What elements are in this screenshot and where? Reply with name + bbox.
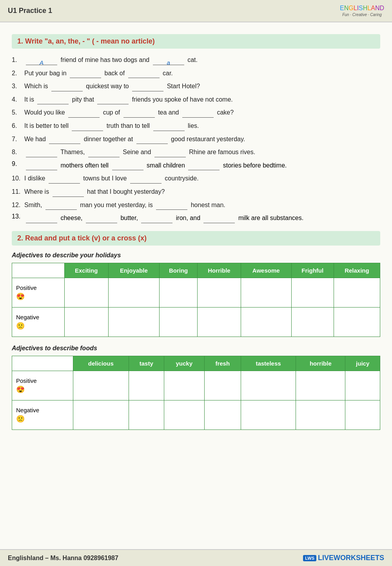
exercise1-item-7: 7. We had dinner together at good restau… bbox=[12, 134, 380, 144]
table1-negative-relaxing[interactable] bbox=[334, 307, 380, 337]
table2-subtitle: Adjectives to describe foods bbox=[12, 345, 380, 352]
table1-positive-label: Positive😍 bbox=[12, 278, 65, 307]
exercise1-item-3: 3. Which is quickest way to Start Hotel? bbox=[12, 81, 380, 91]
header: U1 Practice 1 ENGLISHLAND Fun · Creative… bbox=[0, 0, 392, 22]
table2-foods: delicious tasty yucky fresh tasteless ho… bbox=[12, 356, 380, 430]
table1-row-negative: Negative🙁 bbox=[12, 307, 380, 337]
exercise1-item-8: 8. Thames, Seine and Rhine are famous ri… bbox=[12, 147, 380, 157]
table1-col-frighful: Frighful bbox=[291, 263, 334, 278]
table2-col-yucky: yucky bbox=[164, 356, 204, 371]
table2-negative-juicy[interactable] bbox=[345, 400, 380, 430]
exercise1-item-1: 1. A friend of mine has two dogs and a c… bbox=[12, 55, 380, 65]
exercise1-item-11: 11. Where is hat that I bought yesterday… bbox=[12, 187, 380, 197]
table2-col-empty bbox=[12, 356, 73, 371]
table1-subtitle: Adjectives to describe your holidays bbox=[12, 252, 380, 259]
footer-right: LWS LIVEWORKSHEETS bbox=[303, 554, 384, 562]
table1-positive-frighful[interactable] bbox=[291, 278, 334, 307]
table2-positive-horrible[interactable] bbox=[296, 371, 345, 400]
table2-negative-horrible[interactable] bbox=[296, 400, 345, 430]
page: U1 Practice 1 ENGLISHLAND Fun · Creative… bbox=[0, 0, 392, 566]
main-content: 1. Write "a, an, the, - " ( - mean no ar… bbox=[0, 22, 392, 549]
table1-col-awesome: Awesome bbox=[241, 263, 291, 278]
table1-negative-enjoyable[interactable] bbox=[108, 307, 159, 337]
table1-negative-horrible[interactable] bbox=[198, 307, 241, 337]
table1-col-exciting: Exciting bbox=[64, 263, 108, 278]
table1-negative-awesome[interactable] bbox=[241, 307, 291, 337]
footer-left: Englishland – Ms. Hanna 0928961987 bbox=[8, 555, 118, 562]
exercise1-item-10: 10. I dislike towns but I love countrysi… bbox=[12, 173, 380, 184]
table1-col-enjoyable: Enjoyable bbox=[108, 263, 159, 278]
table2-col-horrible: horrible bbox=[296, 356, 345, 371]
table1-positive-horrible[interactable] bbox=[198, 278, 241, 307]
table2-positive-tasteless[interactable] bbox=[241, 371, 296, 400]
exercise1-item-6: 6. It is better to tell truth than to te… bbox=[12, 121, 380, 131]
lws-text: LIVEWORKSHEETS bbox=[318, 554, 384, 562]
exercise2: 2. Read and put a tick (v) or a cross (x… bbox=[12, 231, 380, 430]
table2-row-negative: Negative🙁 bbox=[12, 400, 380, 430]
lws-badge: LWS bbox=[303, 555, 316, 561]
table2-col-juicy: juicy bbox=[345, 356, 380, 371]
table2-col-delicious: delicious bbox=[73, 356, 129, 371]
table1-positive-enjoyable[interactable] bbox=[108, 278, 159, 307]
table1-negative-label: Negative🙁 bbox=[12, 307, 65, 337]
exercise2-title: 2. Read and put a tick (v) or a cross (x… bbox=[17, 234, 147, 242]
table2-negative-yucky[interactable] bbox=[164, 400, 204, 430]
table2-row-positive: Positive😍 bbox=[12, 371, 380, 400]
table2-negative-fresh[interactable] bbox=[204, 400, 241, 430]
table2-negative-tasteless[interactable] bbox=[241, 400, 296, 430]
table1-col-boring: Boring bbox=[160, 263, 198, 278]
table1-positive-awesome[interactable] bbox=[241, 278, 291, 307]
exercise1-item-9: 9. mothers often tell small children sto… bbox=[12, 160, 380, 171]
exercise1-item-2: 2. Put your bag in back of car. bbox=[12, 68, 380, 78]
table1-positive-relaxing[interactable] bbox=[334, 278, 380, 307]
table1-col-horrible: Horrible bbox=[198, 263, 241, 278]
table1-row-positive: Positive😍 bbox=[12, 278, 380, 307]
exercise1-item-5: 5. Would you like cup of tea and cake? bbox=[12, 107, 380, 118]
logo-text: ENGLISHLAND bbox=[340, 5, 384, 12]
logo-subtitle: Fun · Creative · Caring bbox=[342, 13, 382, 17]
table1-col-empty bbox=[12, 263, 65, 278]
table2-negative-label: Negative🙁 bbox=[12, 400, 73, 430]
table1-header-row: Exciting Enjoyable Boring Horrible Aweso… bbox=[12, 263, 380, 278]
table1-holidays: Exciting Enjoyable Boring Horrible Aweso… bbox=[12, 263, 380, 337]
exercise1-title: 1. Write "a, an, the, - " ( - mean no ar… bbox=[17, 37, 155, 45]
table1-col-relaxing: Relaxing bbox=[334, 263, 380, 278]
exercise1-item-12: 12. Smith, man you met yesterday, is hon… bbox=[12, 200, 380, 210]
header-title: U1 Practice 1 bbox=[8, 7, 52, 15]
table1-negative-frighful[interactable] bbox=[291, 307, 334, 337]
exercise2-header: 2. Read and put a tick (v) or a cross (x… bbox=[12, 231, 380, 246]
table2-col-fresh: fresh bbox=[204, 356, 241, 371]
table2-positive-label: Positive😍 bbox=[12, 371, 73, 400]
exercise1-header: 1. Write "a, an, the, - " ( - mean no ar… bbox=[12, 34, 380, 49]
footer: Englishland – Ms. Hanna 0928961987 LWS L… bbox=[0, 549, 392, 566]
table2-negative-delicious[interactable] bbox=[73, 400, 129, 430]
table2-col-tasteless: tasteless bbox=[241, 356, 296, 371]
table2-positive-fresh[interactable] bbox=[204, 371, 241, 400]
table2-header-row: delicious tasty yucky fresh tasteless ho… bbox=[12, 356, 380, 371]
exercise1-item-13: 13. cheese, butter, iron, and milk are a… bbox=[12, 213, 380, 223]
table2-col-tasty: tasty bbox=[129, 356, 164, 371]
exercise1-item-4: 4. It is pity that friends you spoke of … bbox=[12, 95, 380, 105]
logo: ENGLISHLAND Fun · Creative · Caring bbox=[340, 5, 384, 17]
table2-positive-yucky[interactable] bbox=[164, 371, 204, 400]
table2-positive-tasty[interactable] bbox=[129, 371, 164, 400]
table2-positive-delicious[interactable] bbox=[73, 371, 129, 400]
table2-positive-juicy[interactable] bbox=[345, 371, 380, 400]
table2-negative-tasty[interactable] bbox=[129, 400, 164, 430]
table1-positive-exciting[interactable] bbox=[64, 278, 108, 307]
table1-negative-exciting[interactable] bbox=[64, 307, 108, 337]
table1-negative-boring[interactable] bbox=[160, 307, 198, 337]
table1-positive-boring[interactable] bbox=[160, 278, 198, 307]
exercise1: 1. Write "a, an, the, - " ( - mean no ar… bbox=[12, 34, 380, 223]
